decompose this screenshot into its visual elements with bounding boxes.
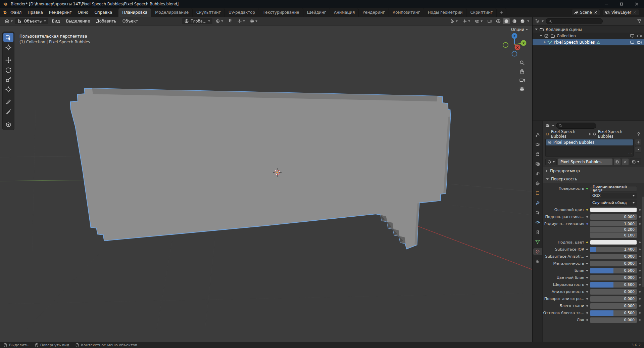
tool-cursor[interactable] <box>3 43 13 52</box>
material-slot-list[interactable]: Pixel Speech Bubbles ::: <box>545 139 634 157</box>
outliner-row-scene-collection[interactable]: Коллекция сцены <box>533 26 644 33</box>
pin-icon[interactable] <box>636 132 641 136</box>
disable-render-icon[interactable] <box>637 34 642 38</box>
blender-menu-icon[interactable] <box>2 10 7 15</box>
tab-texture[interactable] <box>533 258 542 265</box>
resize-grip-icon[interactable]: ::: <box>628 153 632 156</box>
decorator-dot-icon[interactable] <box>639 277 641 278</box>
decorator-dot-icon[interactable] <box>639 209 641 211</box>
sss-method-dropdown[interactable]: Случайный обход <box>590 200 637 206</box>
scrollbar[interactable] <box>642 197 644 287</box>
tool-add-cube[interactable] <box>3 120 13 129</box>
decorator-dot-icon[interactable] <box>639 249 641 250</box>
close-button[interactable] <box>629 0 644 8</box>
overlays-dropdown[interactable] <box>473 18 484 24</box>
tool-rotate[interactable] <box>3 65 13 74</box>
zoom-icon[interactable] <box>519 60 525 66</box>
material-name-field[interactable]: Pixel Speech Bubbles <box>558 159 612 165</box>
distribution-dropdown[interactable]: GGX <box>590 193 637 199</box>
checkbox-icon[interactable] <box>544 34 549 38</box>
xray-toggle[interactable] <box>486 18 494 24</box>
tab-texture-paint[interactable]: Текстурирование <box>259 8 303 17</box>
decorator-dot-icon[interactable] <box>639 312 641 314</box>
decorator-dot-icon[interactable] <box>639 223 641 225</box>
visibility-dropdown[interactable] <box>448 18 459 24</box>
tab-object[interactable] <box>533 190 542 197</box>
navigation-gizmo[interactable]: Z Y X <box>502 32 527 58</box>
expand-icon[interactable] <box>544 41 546 44</box>
decorator-dot-icon[interactable] <box>639 256 641 257</box>
breadcrumb-object[interactable]: Pixel Speech Bubbles <box>551 129 588 139</box>
tab-material[interactable] <box>533 248 542 255</box>
decorator-dot-icon[interactable] <box>639 242 641 243</box>
pan-hand-icon[interactable] <box>519 69 525 74</box>
shading-solid[interactable] <box>503 18 510 24</box>
decorator-dot-icon[interactable] <box>639 284 641 286</box>
tab-compositing[interactable]: Композитинг <box>389 8 424 17</box>
tab-view-layer[interactable] <box>533 161 542 167</box>
material-slot-active[interactable]: Pixel Speech Bubbles <box>546 139 633 145</box>
copy-material-button[interactable] <box>614 159 621 165</box>
tab-modifiers[interactable] <box>533 200 542 206</box>
radius-y-field[interactable]: 0.200 <box>590 227 637 232</box>
browse-material-button[interactable] <box>545 159 557 165</box>
properties-search-input[interactable] <box>556 123 596 129</box>
roughness-slider[interactable]: 0.500 <box>590 282 637 288</box>
mode-selector[interactable]: Объекты <box>15 18 48 24</box>
editor-type-button[interactable] <box>3 18 14 25</box>
tab-render[interactable] <box>533 141 542 148</box>
node-tree-button[interactable] <box>630 159 641 165</box>
expand-icon[interactable] <box>540 35 542 37</box>
shading-material[interactable] <box>511 18 518 24</box>
scene-unlink-icon[interactable] <box>594 10 598 14</box>
minimize-button[interactable] <box>599 0 614 8</box>
subsurface-ior-slider[interactable]: 1.400 <box>590 247 637 252</box>
radius-z-field[interactable]: 0.100 <box>590 232 637 238</box>
shader-button[interactable]: Принципиальный BSDF <box>590 186 637 191</box>
snap-settings[interactable] <box>236 18 247 24</box>
menu-edit[interactable]: Правка <box>24 9 46 16</box>
tab-geometry-nodes[interactable]: Ноды геометрии <box>424 8 467 17</box>
menu-add[interactable]: Добавить <box>93 18 119 25</box>
shading-wireframe[interactable] <box>495 18 502 24</box>
transform-orientation-selector[interactable]: Глоба... <box>182 18 213 24</box>
tab-particles[interactable] <box>533 209 542 216</box>
tool-scale[interactable] <box>3 75 13 84</box>
outliner-row-collection[interactable]: Collection <box>533 33 644 39</box>
shading-rendered[interactable] <box>519 18 526 24</box>
viewlayer-selector[interactable]: ViewLayer <box>603 9 639 16</box>
hide-viewport-icon[interactable] <box>630 40 635 45</box>
specular-tint-slider[interactable]: 0.000 <box>590 275 637 280</box>
speech-bubble-object[interactable] <box>70 88 451 249</box>
panel-preview[interactable]: Предпросмотр <box>543 167 644 175</box>
decorator-dot-icon[interactable] <box>639 298 641 300</box>
subsurface-color-swatch[interactable] <box>590 240 637 245</box>
menu-view[interactable]: Вид <box>49 18 62 25</box>
menu-file[interactable]: Файл <box>7 9 24 16</box>
subsurface-slider[interactable]: 0.000 <box>590 214 637 220</box>
gizmos-dropdown[interactable] <box>461 18 472 24</box>
add-slot-button[interactable] <box>635 139 641 145</box>
tool-annotate[interactable] <box>3 97 13 106</box>
tab-sculpting[interactable]: Скульптинг <box>193 8 225 17</box>
decorator-dot-icon[interactable] <box>639 319 641 321</box>
tool-move[interactable] <box>3 55 13 64</box>
snap-toggle[interactable] <box>226 18 234 24</box>
decorator-dot-icon[interactable] <box>639 270 641 271</box>
ortho-grid-icon[interactable] <box>519 86 525 92</box>
metallic-slider[interactable]: 0.000 <box>590 261 637 266</box>
options-dropdown[interactable]: Опции <box>511 27 528 32</box>
disable-render-icon[interactable] <box>637 40 642 45</box>
hide-viewport-icon[interactable] <box>630 34 635 38</box>
viewport-canvas[interactable] <box>0 17 532 342</box>
tab-rendering[interactable]: Рендеринг <box>359 8 389 17</box>
tab-scripting[interactable]: Скриптинг <box>467 8 497 17</box>
viewport-3d[interactable]: Объекты Вид Выделение Добавить Объект Гл… <box>0 17 533 342</box>
decorator-dot-icon[interactable] <box>639 216 641 218</box>
tab-world[interactable] <box>533 180 542 187</box>
scene-selector[interactable]: Scene <box>572 9 600 16</box>
radius-x-field[interactable]: 1.000 <box>590 221 637 226</box>
tab-object-data[interactable] <box>533 238 542 245</box>
expand-icon[interactable] <box>535 29 538 30</box>
pivot-point-selector[interactable] <box>214 18 225 24</box>
